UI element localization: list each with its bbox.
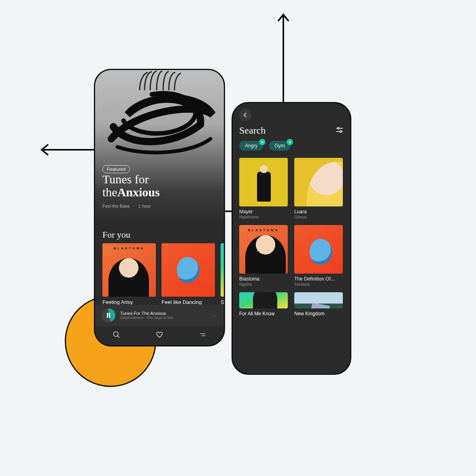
results-grid[interactable]: Mayer Hawthorne Luara Gibson BLASTOMA Bl… [233, 153, 350, 317]
arrow-up-icon [277, 12, 289, 117]
result-cover [294, 158, 343, 206]
filter-chip-label: Gym [274, 143, 285, 149]
filter-chip-label: Angry [245, 143, 257, 149]
phone-search: Search Angry ✕ Gym ✕ Mayer Hawtho [232, 102, 351, 375]
result-title: For All Me Know [239, 311, 288, 317]
chip-remove-icon[interactable]: ✕ [287, 139, 293, 145]
playlist-cover: BLASTOMA [102, 243, 156, 297]
result-card[interactable]: Luara Gibson [294, 158, 343, 219]
chevron-up-icon[interactable]: ︿ [212, 312, 217, 319]
playlist-title: Feeling Artsy [102, 299, 156, 305]
result-subtitle: Hawthorne [239, 215, 288, 219]
filter-chip-angry[interactable]: Angry ✕ [239, 141, 263, 151]
result-cover [239, 158, 288, 206]
search-icon[interactable] [113, 331, 121, 340]
hero-scribble [103, 86, 221, 159]
playlist-card[interactable]: BLASTOMA Feeling Artsy 2 hours [102, 243, 156, 310]
for-you-row[interactable]: BLASTOMA Feeling Artsy 2 hours Feel like… [95, 243, 224, 310]
hero-title-line1: Tunes for [102, 172, 149, 186]
result-title: Blastoma [239, 276, 288, 282]
tab-bar [95, 326, 224, 345]
back-button[interactable] [239, 109, 251, 121]
hero-meta-right: 1 hour [138, 204, 151, 208]
result-title: The Definition Of... [294, 276, 343, 282]
result-card[interactable]: Mayer Hawthorne [239, 158, 288, 219]
now-playing-bar[interactable]: Tunes For The Anxious David Manson - The… [95, 305, 224, 326]
cover-text: BLASTOMA [102, 246, 156, 250]
svg-line-5 [118, 336, 120, 338]
cover-text: BLASTOMA [239, 228, 288, 232]
hero-title: Tunes for theAnxious [102, 173, 160, 198]
hero-meta: Feel the Bass · 1 hour [102, 204, 151, 208]
playlist-card[interactable]: Feel like Dancing 35 min [162, 243, 215, 310]
now-playing-title: Tunes For The Anxious [120, 311, 207, 316]
playlist-title: Feel like Dancing [162, 299, 215, 305]
result-cover [294, 225, 343, 274]
result-subtitle: Fantasia [294, 282, 343, 287]
heart-icon[interactable] [155, 331, 164, 340]
for-you-heading: For you [102, 230, 224, 240]
featured-badge: Featured [102, 165, 130, 173]
result-card[interactable]: New Kingdom [294, 292, 343, 317]
result-cover: NAO [239, 292, 288, 308]
result-subtitle: Ngaiire [239, 282, 288, 287]
result-title: Luara [294, 209, 343, 215]
result-cover [294, 292, 343, 308]
svg-point-9 [338, 128, 339, 129]
hero-title-line2-prefix: the [102, 185, 117, 199]
chip-remove-icon[interactable]: ✕ [259, 139, 266, 145]
result-card[interactable]: The Definition Of... Fantasia [294, 225, 343, 287]
pause-icon[interactable] [102, 308, 115, 322]
result-title: New Kingdom [294, 311, 343, 317]
result-subtitle: Gibson [294, 215, 343, 219]
playlist-title: So [221, 299, 224, 305]
playlist-cover [162, 243, 215, 297]
result-cover: BLASTOMA [239, 225, 288, 274]
hero-banner[interactable]: Featured Tunes for theAnxious Feel the B… [95, 70, 224, 224]
hero-meta-left: Feel the Bass [102, 204, 130, 208]
result-card[interactable]: NAO For All Me Know [239, 292, 288, 317]
hero-title-line2-bold: Anxious [117, 185, 160, 199]
svg-rect-3 [109, 313, 110, 318]
svg-rect-2 [107, 313, 108, 318]
search-heading: Search [239, 125, 266, 136]
result-card[interactable]: BLASTOMA Blastoma Ngaiire [239, 225, 288, 287]
playlist-cover [221, 243, 224, 297]
svg-point-4 [114, 332, 119, 337]
svg-point-11 [340, 131, 342, 132]
filter-chip-gym[interactable]: Gym ✕ [269, 141, 290, 151]
playlist-card[interactable]: So 3 [221, 243, 224, 310]
menu-icon[interactable] [198, 331, 206, 340]
now-playing-subtitle: David Manson - The ways to live [120, 316, 207, 320]
filter-sliders-icon[interactable] [336, 126, 344, 136]
result-title: Mayer [239, 209, 288, 215]
phone-home: Featured Tunes for theAnxious Feel the B… [94, 69, 225, 346]
